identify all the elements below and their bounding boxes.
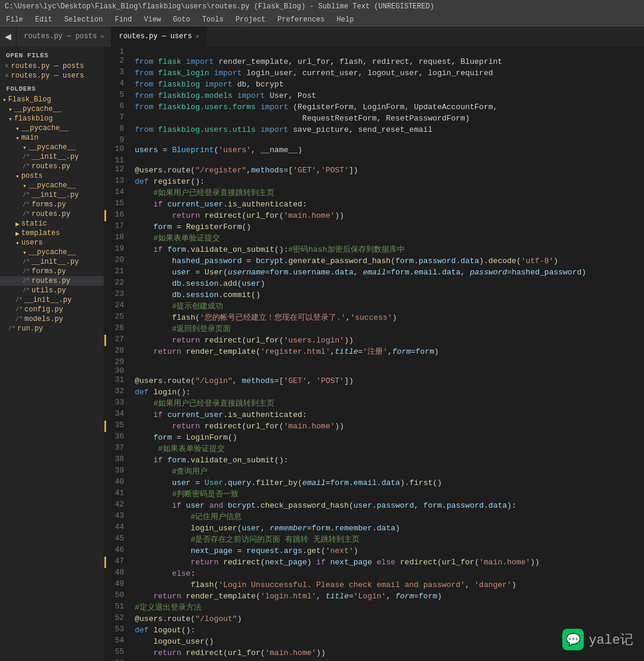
code-line-49: 49 flash('Login Unsuccessful. Please che…	[104, 579, 644, 591]
folder-users[interactable]: ▾ users	[0, 238, 104, 248]
code-line-8: 8 from flaskblog.users.utils import save…	[104, 124, 644, 135]
close-icon-users: ×	[5, 72, 9, 79]
title-bar: C:\Users\lyc\Desktop\Flask_Blog\flaskblo…	[0, 0, 644, 13]
folder-pycache-2[interactable]: ▾ __pycache__	[0, 123, 104, 133]
open-file-routes-users[interactable]: × routes.py — users	[0, 71, 104, 81]
code-line-6: 6 from flaskblog.users.forms import (Reg…	[104, 101, 644, 113]
close-icon: ×	[5, 63, 9, 70]
menu-find[interactable]: Find	[109, 14, 138, 25]
code-line-2: 2 from flask import render_template, url…	[104, 56, 644, 67]
code-line-52: 52 @users.route("/logout")	[104, 613, 644, 625]
code-line-20: 20 hashed_password = bcrypt.generate_pas…	[104, 255, 644, 267]
code-line-56: 56	[104, 659, 644, 661]
code-line-14: 14 #如果用户已经登录直接跳转到主页	[104, 187, 644, 199]
folder-pycache-users[interactable]: ▾ __pycache__	[0, 248, 104, 257]
code-line-18: 18 #如果表单验证提交	[104, 233, 644, 244]
code-table: 1 2 from flask import render_template, u…	[104, 47, 644, 661]
menu-file[interactable]: File	[0, 14, 29, 25]
tab-close-posts[interactable]: ✕	[100, 33, 104, 40]
code-line-36: 36 form = LoginForm()	[104, 432, 644, 443]
code-line-51: 51 #定义退出登录方法	[104, 602, 644, 613]
chevron-down-icon: ▾	[23, 182, 27, 190]
file-icon: /*	[23, 154, 30, 160]
file-routes-users[interactable]: /* routes.py	[0, 276, 104, 286]
menu-goto[interactable]: Goto	[167, 14, 196, 25]
title-text: C:\Users\lyc\Desktop\Flask_Blog\flaskblo…	[5, 2, 434, 11]
tab-routes-users[interactable]: routes.py — users ✕	[112, 26, 206, 47]
folder-posts[interactable]: ▾ posts	[0, 171, 104, 181]
code-line-3: 3 from flask_login import login_user, cu…	[104, 67, 644, 79]
code-line-29: 29	[104, 357, 644, 366]
tab-routes-posts[interactable]: routes.py — posts ✕	[17, 26, 112, 47]
menu-help[interactable]: Help	[331, 14, 360, 25]
file-forms-users[interactable]: /* forms.py	[0, 267, 104, 276]
chevron-down-icon: ▾	[16, 239, 20, 247]
sidebar: OPEN FILES × routes.py — posts × routes.…	[0, 47, 104, 661]
open-file-routes-posts[interactable]: × routes.py — posts	[0, 61, 104, 71]
code-line-35: 35 return redirect(url_for('main.home'))	[104, 421, 644, 432]
file-routes-main[interactable]: /* routes.py	[0, 162, 104, 171]
file-config[interactable]: /* config.py	[0, 305, 104, 314]
file-init-main[interactable]: /* __init__.py	[0, 152, 104, 162]
folder-pycache-main[interactable]: ▾ __pycache__	[0, 143, 104, 152]
file-icon: /*	[23, 211, 30, 218]
chevron-down-icon: ▾	[16, 172, 20, 180]
chevron-down-icon: ▾	[8, 115, 13, 123]
file-icon: /*	[23, 288, 30, 294]
code-line-34: 34 if current_user.is_authenticated:	[104, 409, 644, 421]
code-line-10: 10 users = Blueprint('users', __name__)	[104, 144, 644, 156]
code-line-27: 27 return redirect(url_for('users.login'…	[104, 335, 644, 346]
tab-close-users[interactable]: ✕	[196, 33, 199, 40]
chevron-down-icon: ▾	[16, 134, 20, 142]
code-line-5: 5 from flaskblog.models import User, Pos…	[104, 90, 644, 101]
folder-static[interactable]: ▶ static	[0, 219, 104, 228]
file-run[interactable]: /* run.py	[0, 324, 104, 333]
code-line-15: 15 if current_user.is_authenticated:	[104, 199, 644, 210]
menu-selection[interactable]: Selection	[58, 14, 109, 25]
code-editor[interactable]: 1 2 from flask import render_template, u…	[104, 47, 644, 661]
code-line-21: 21 user = User(username=form.username.da…	[104, 267, 644, 278]
file-icon: /*	[16, 297, 23, 304]
file-forms-posts[interactable]: /* forms.py	[0, 200, 104, 209]
code-line-26: 26 #返回到登录页面	[104, 323, 644, 335]
tab-scroll-left[interactable]: ◀	[0, 26, 17, 47]
code-line-39: 39 #查询用户	[104, 466, 644, 477]
main-layout: OPEN FILES × routes.py — posts × routes.…	[0, 47, 644, 661]
code-line-41: 41 #判断密码是否一致	[104, 489, 644, 500]
folder-pycache-posts[interactable]: ▾ __pycache__	[0, 181, 104, 190]
file-icon: /*	[23, 192, 30, 199]
code-line-31: 31 @users.route("/Login", methods=['GET'…	[104, 375, 644, 387]
watermark-text: yale记	[589, 631, 633, 648]
folder-pycache-1[interactable]: ▾ __pycache__	[0, 104, 104, 114]
folder-main[interactable]: ▾ main	[0, 133, 104, 143]
open-files-title: OPEN FILES	[0, 47, 104, 61]
code-line-19: 19 if form.validate_on_submit():#密码hash加…	[104, 244, 644, 255]
code-line-42: 42 if user and bcrypt.check_password_has…	[104, 500, 644, 511]
file-icon: /*	[23, 202, 30, 208]
menu-project[interactable]: Project	[230, 14, 271, 25]
file-models[interactable]: /* models.py	[0, 314, 104, 324]
code-line-46: 46 next_page = request.args.get('next')	[104, 545, 644, 557]
file-icon: /*	[23, 268, 30, 275]
file-init-users[interactable]: /* __init__.py	[0, 257, 104, 267]
menu-edit[interactable]: Edit	[29, 14, 58, 25]
code-line-16: 16 return redirect(url_for('main.home'))	[104, 210, 644, 221]
menu-preferences[interactable]: Preferences	[271, 14, 330, 25]
folder-flask-blog[interactable]: ▾ Flask_Blog	[0, 95, 104, 104]
code-line-47: 47 return redirect(next_page) if next_pa…	[104, 557, 644, 568]
code-line-25: 25 flash('您的帐号已经建立！您现在可以登录了.','success')	[104, 312, 644, 323]
file-routes-posts[interactable]: /* routes.py	[0, 209, 104, 219]
folder-templates[interactable]: ▶ templates	[0, 228, 104, 238]
tab-bar: ◀ routes.py — posts ✕ routes.py — users …	[0, 26, 644, 47]
file-init-posts[interactable]: /* __init__.py	[0, 190, 104, 200]
menu-tools[interactable]: Tools	[196, 14, 230, 25]
file-icon: /*	[23, 278, 30, 285]
code-line-33: 33 #如果用户已经登录直接跳转到主页	[104, 398, 644, 409]
file-utils-users[interactable]: /* utils.py	[0, 286, 104, 295]
code-line-40: 40 user = User.query.filter_by(email=for…	[104, 477, 644, 489]
menu-view[interactable]: View	[138, 14, 167, 25]
folder-flaskblog[interactable]: ▾ flaskblog	[0, 114, 104, 123]
file-init-flaskblog[interactable]: /* __init__.py	[0, 295, 104, 305]
chevron-right-icon: ▶	[16, 220, 20, 228]
open-file-label: routes.py — posts	[11, 62, 84, 70]
